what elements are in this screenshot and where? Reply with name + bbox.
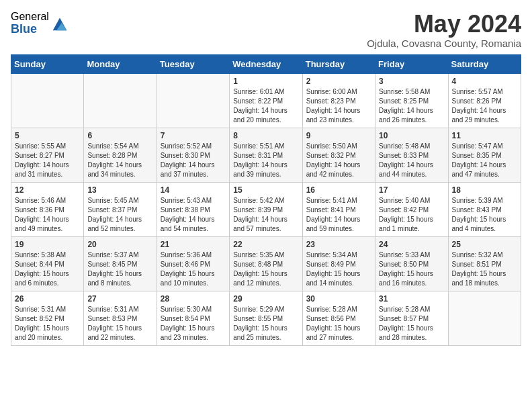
cell-content: Sunrise: 5:35 AM Sunset: 8:48 PM Dayligh… (233, 250, 298, 288)
day-number: 16 (306, 185, 371, 195)
calendar-cell: 1Sunrise: 6:01 AM Sunset: 8:22 PM Daylig… (230, 73, 302, 128)
calendar-cell: 19Sunrise: 5:38 AM Sunset: 8:44 PM Dayli… (11, 236, 84, 291)
page-header: General Blue May 2024 Ojdula, Covasna Co… (11, 11, 521, 49)
day-number: 17 (379, 185, 444, 195)
calendar-cell: 21Sunrise: 5:36 AM Sunset: 8:46 PM Dayli… (157, 236, 229, 291)
logo: General Blue (11, 11, 69, 36)
cell-content: Sunrise: 5:37 AM Sunset: 8:45 PM Dayligh… (87, 250, 152, 288)
calendar-week-row: 19Sunrise: 5:38 AM Sunset: 8:44 PM Dayli… (11, 236, 521, 291)
cell-content: Sunrise: 5:57 AM Sunset: 8:26 PM Dayligh… (452, 87, 517, 125)
calendar-cell: 13Sunrise: 5:45 AM Sunset: 8:37 PM Dayli… (84, 182, 157, 236)
day-number: 26 (15, 294, 80, 304)
location: Ojdula, Covasna County, Romania (367, 38, 521, 49)
day-number: 29 (233, 294, 298, 304)
calendar-week-row: 1Sunrise: 6:01 AM Sunset: 8:22 PM Daylig… (11, 73, 521, 128)
day-of-week-header: Saturday (448, 54, 521, 73)
calendar-cell (157, 73, 229, 128)
day-number: 13 (87, 185, 152, 195)
title-block: May 2024 Ojdula, Covasna County, Romania (367, 11, 521, 49)
calendar-table: SundayMondayTuesdayWednesdayThursdayFrid… (11, 54, 521, 346)
day-number: 27 (87, 294, 152, 304)
day-number: 8 (233, 131, 298, 140)
day-number: 2 (306, 77, 371, 86)
day-number: 7 (161, 131, 226, 140)
day-of-week-header: Tuesday (157, 54, 229, 73)
calendar-cell: 22Sunrise: 5:35 AM Sunset: 8:48 PM Dayli… (230, 236, 302, 291)
calendar-cell: 3Sunrise: 5:58 AM Sunset: 8:25 PM Daylig… (375, 73, 448, 128)
day-number: 3 (379, 77, 444, 86)
cell-content: Sunrise: 5:46 AM Sunset: 8:36 PM Dayligh… (15, 196, 80, 234)
cell-content: Sunrise: 5:55 AM Sunset: 8:27 PM Dayligh… (15, 142, 80, 179)
calendar-header: SundayMondayTuesdayWednesdayThursdayFrid… (11, 54, 521, 73)
cell-content: Sunrise: 5:58 AM Sunset: 8:25 PM Dayligh… (379, 87, 444, 125)
day-number: 5 (15, 131, 80, 140)
calendar-cell: 6Sunrise: 5:54 AM Sunset: 8:28 PM Daylig… (84, 128, 157, 182)
day-number: 11 (452, 131, 517, 140)
calendar-cell: 27Sunrise: 5:31 AM Sunset: 8:53 PM Dayli… (84, 291, 157, 345)
calendar-cell: 26Sunrise: 5:31 AM Sunset: 8:52 PM Dayli… (11, 291, 84, 345)
cell-content: Sunrise: 5:34 AM Sunset: 8:49 PM Dayligh… (306, 250, 371, 288)
calendar-body: 1Sunrise: 6:01 AM Sunset: 8:22 PM Daylig… (11, 73, 521, 345)
day-number: 24 (379, 240, 444, 249)
day-number: 22 (233, 240, 298, 249)
cell-content: Sunrise: 5:50 AM Sunset: 8:32 PM Dayligh… (306, 142, 371, 179)
logo-icon (50, 14, 69, 33)
calendar-cell (448, 291, 521, 345)
day-number: 18 (452, 185, 517, 195)
header-row: SundayMondayTuesdayWednesdayThursdayFrid… (11, 54, 521, 73)
calendar-cell: 9Sunrise: 5:50 AM Sunset: 8:32 PM Daylig… (302, 128, 375, 182)
calendar-cell: 4Sunrise: 5:57 AM Sunset: 8:26 PM Daylig… (448, 73, 521, 128)
cell-content: Sunrise: 5:31 AM Sunset: 8:53 PM Dayligh… (87, 305, 152, 342)
cell-content: Sunrise: 5:43 AM Sunset: 8:38 PM Dayligh… (161, 196, 226, 234)
day-number: 20 (87, 240, 152, 249)
logo-text: General Blue (11, 11, 49, 36)
day-number: 14 (161, 185, 226, 195)
calendar-cell: 17Sunrise: 5:40 AM Sunset: 8:42 PM Dayli… (375, 182, 448, 236)
day-of-week-header: Monday (84, 54, 157, 73)
cell-content: Sunrise: 5:36 AM Sunset: 8:46 PM Dayligh… (161, 250, 226, 288)
day-number: 21 (161, 240, 226, 249)
calendar-cell: 8Sunrise: 5:51 AM Sunset: 8:31 PM Daylig… (230, 128, 302, 182)
cell-content: Sunrise: 5:30 AM Sunset: 8:54 PM Dayligh… (161, 305, 226, 342)
day-number: 6 (87, 131, 152, 140)
cell-content: Sunrise: 5:33 AM Sunset: 8:50 PM Dayligh… (379, 250, 444, 288)
cell-content: Sunrise: 5:48 AM Sunset: 8:33 PM Dayligh… (379, 142, 444, 179)
calendar-cell: 20Sunrise: 5:37 AM Sunset: 8:45 PM Dayli… (84, 236, 157, 291)
cell-content: Sunrise: 5:28 AM Sunset: 8:57 PM Dayligh… (379, 305, 444, 342)
day-of-week-header: Sunday (11, 54, 84, 73)
calendar-cell (84, 73, 157, 128)
cell-content: Sunrise: 5:47 AM Sunset: 8:35 PM Dayligh… (452, 142, 517, 179)
calendar-cell: 2Sunrise: 6:00 AM Sunset: 8:23 PM Daylig… (302, 73, 375, 128)
logo-blue: Blue (11, 23, 49, 36)
cell-content: Sunrise: 6:00 AM Sunset: 8:23 PM Dayligh… (306, 87, 371, 125)
cell-content: Sunrise: 5:54 AM Sunset: 8:28 PM Dayligh… (87, 142, 152, 179)
cell-content: Sunrise: 5:39 AM Sunset: 8:43 PM Dayligh… (452, 196, 517, 234)
calendar-cell: 5Sunrise: 5:55 AM Sunset: 8:27 PM Daylig… (11, 128, 84, 182)
calendar-cell: 12Sunrise: 5:46 AM Sunset: 8:36 PM Dayli… (11, 182, 84, 236)
cell-content: Sunrise: 5:52 AM Sunset: 8:30 PM Dayligh… (161, 142, 226, 179)
calendar-week-row: 12Sunrise: 5:46 AM Sunset: 8:36 PM Dayli… (11, 182, 521, 236)
calendar-cell: 24Sunrise: 5:33 AM Sunset: 8:50 PM Dayli… (375, 236, 448, 291)
day-of-week-header: Wednesday (230, 54, 302, 73)
day-number: 9 (306, 131, 371, 140)
day-number: 30 (306, 294, 371, 304)
calendar-cell: 23Sunrise: 5:34 AM Sunset: 8:49 PM Dayli… (302, 236, 375, 291)
day-of-week-header: Friday (375, 54, 448, 73)
calendar-cell: 18Sunrise: 5:39 AM Sunset: 8:43 PM Dayli… (448, 182, 521, 236)
cell-content: Sunrise: 5:51 AM Sunset: 8:31 PM Dayligh… (233, 142, 298, 179)
cell-content: Sunrise: 5:42 AM Sunset: 8:39 PM Dayligh… (233, 196, 298, 234)
cell-content: Sunrise: 5:40 AM Sunset: 8:42 PM Dayligh… (379, 196, 444, 234)
day-number: 31 (379, 294, 444, 304)
calendar-cell: 15Sunrise: 5:42 AM Sunset: 8:39 PM Dayli… (230, 182, 302, 236)
day-number: 23 (306, 240, 371, 249)
cell-content: Sunrise: 5:38 AM Sunset: 8:44 PM Dayligh… (15, 250, 80, 288)
cell-content: Sunrise: 5:45 AM Sunset: 8:37 PM Dayligh… (87, 196, 152, 234)
cell-content: Sunrise: 5:28 AM Sunset: 8:56 PM Dayligh… (306, 305, 371, 342)
logo-general: General (11, 11, 49, 23)
calendar-cell: 30Sunrise: 5:28 AM Sunset: 8:56 PM Dayli… (302, 291, 375, 345)
day-number: 25 (452, 240, 517, 249)
calendar-cell: 28Sunrise: 5:30 AM Sunset: 8:54 PM Dayli… (157, 291, 229, 345)
calendar-cell: 16Sunrise: 5:41 AM Sunset: 8:41 PM Dayli… (302, 182, 375, 236)
cell-content: Sunrise: 5:32 AM Sunset: 8:51 PM Dayligh… (452, 250, 517, 288)
calendar-cell: 10Sunrise: 5:48 AM Sunset: 8:33 PM Dayli… (375, 128, 448, 182)
